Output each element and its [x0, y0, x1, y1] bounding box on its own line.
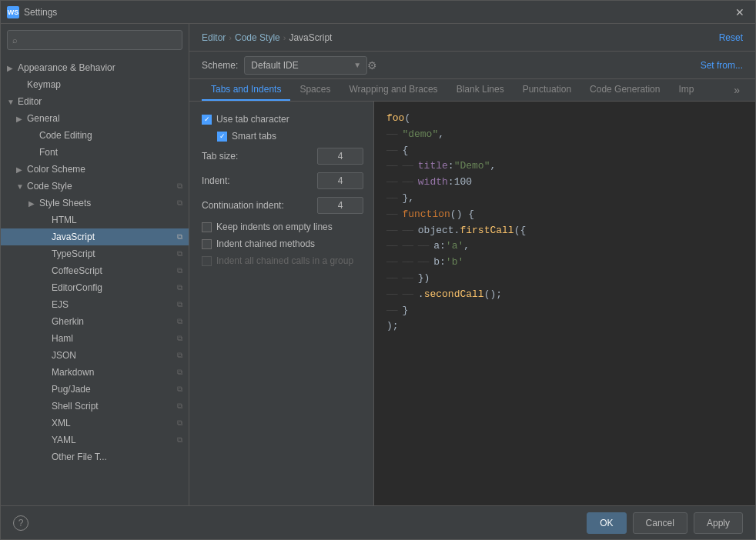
sidebar-item-editorconfig[interactable]: EditorConfig ⧉	[1, 279, 189, 296]
scheme-select[interactable]: Default IDE Project	[244, 56, 367, 75]
tab-punctuation[interactable]: Punctuation	[513, 79, 580, 101]
sidebar-item-label: Other File T...	[52, 452, 107, 462]
sidebar-item-appearance[interactable]: ▶ Appearance & Behavior	[1, 59, 189, 76]
title-bar: WS Settings ✕	[1, 1, 755, 24]
tab-blank-lines[interactable]: Blank Lines	[447, 79, 513, 101]
breadcrumb-javascript: JavaScript	[289, 32, 332, 43]
sidebar-item-javascript[interactable]: JavaScript ⧉	[1, 228, 189, 245]
breadcrumb-editor[interactable]: Editor	[202, 32, 226, 43]
code-line: —— —— —— b: 'b'	[386, 255, 743, 271]
search-box[interactable]: ⌕	[7, 30, 182, 50]
tab-code-generation[interactable]: Code Generation	[580, 79, 669, 101]
sidebar-item-label: TypeScript	[52, 248, 95, 259]
smart-tabs-option[interactable]: Smart tabs	[202, 131, 361, 142]
code-line: —— "demo",	[386, 127, 743, 143]
expand-icon	[41, 352, 50, 360]
apply-button[interactable]: Apply	[694, 512, 743, 534]
sidebar-item-label: YAML	[52, 435, 76, 445]
breadcrumb: Editor › Code Style › JavaScript Reset	[189, 24, 755, 52]
sidebar-item-html[interactable]: HTML	[1, 212, 189, 228]
sidebar-item-markdown[interactable]: Markdown ⧉	[1, 364, 189, 381]
keep-indents-checkbox[interactable]	[202, 222, 212, 232]
tabs-more-icon[interactable]: »	[731, 79, 743, 101]
copy-icon: ⧉	[177, 418, 182, 428]
breadcrumb-code-style[interactable]: Code Style	[235, 32, 280, 43]
sidebar-item-label: Markdown	[52, 367, 94, 378]
use-tab-character-option[interactable]: Use tab character	[202, 114, 361, 125]
tab-imp[interactable]: Imp	[669, 79, 703, 101]
sidebar-item-coffeescript[interactable]: CoffeeScript ⧉	[1, 262, 189, 279]
help-button[interactable]: ?	[13, 515, 28, 531]
keep-indents-option[interactable]: Keep indents on empty lines	[202, 222, 361, 232]
sidebar-item-xml[interactable]: XML ⧉	[1, 415, 189, 432]
copy-icon: ⧉	[177, 351, 182, 360]
code-line: —— }	[386, 303, 743, 319]
sidebar-item-pug-jade[interactable]: Pug/Jade ⧉	[1, 381, 189, 398]
tab-tabs-indents[interactable]: Tabs and Indents	[202, 79, 290, 101]
options-panel: Use tab character Smart tabs Tab size:	[189, 102, 374, 505]
reset-button[interactable]: Reset	[719, 32, 743, 43]
sidebar-item-label: Gherkin	[52, 316, 84, 327]
expand-icon: ▶	[28, 199, 38, 208]
sidebar-item-label: Editor	[18, 96, 42, 107]
sidebar-item-style-sheets[interactable]: ▶ Style Sheets ⧉	[1, 195, 189, 212]
expand-icon: ▶	[16, 115, 25, 123]
sidebar-item-font[interactable]: Font	[1, 144, 189, 161]
expand-icon	[28, 132, 38, 140]
cancel-button[interactable]: Cancel	[633, 512, 687, 534]
copy-icon: ⧉	[177, 435, 182, 445]
sidebar-item-yaml[interactable]: YAML ⧉	[1, 432, 189, 448]
search-input[interactable]	[21, 35, 177, 45]
sidebar-item-shell-script[interactable]: Shell Script ⧉	[1, 398, 189, 415]
set-from-button[interactable]: Set from...	[701, 60, 743, 71]
use-tab-character-checkbox[interactable]	[202, 115, 212, 125]
keep-indents-label: Keep indents on empty lines	[216, 222, 333, 232]
expand-icon	[41, 250, 50, 258]
expand-icon	[41, 267, 50, 275]
sidebar-item-label: Appearance & Behavior	[18, 62, 115, 73]
continuation-indent-input[interactable]	[317, 197, 363, 214]
expand-icon: ▼	[16, 182, 25, 191]
tab-spaces[interactable]: Spaces	[290, 79, 340, 101]
sidebar-item-label: JavaScript	[52, 232, 95, 242]
gear-icon[interactable]: ⚙	[367, 59, 377, 72]
sidebar-item-gherkin[interactable]: Gherkin ⧉	[1, 313, 189, 330]
expand-icon	[41, 301, 50, 309]
indent-chained-option[interactable]: Indent chained methods	[202, 238, 361, 249]
sidebar-tree: ▶ Appearance & Behavior Keymap ▼ Editor …	[1, 56, 189, 505]
sidebar-item-editor[interactable]: ▼ Editor	[1, 93, 189, 110]
expand-icon	[41, 233, 50, 242]
sidebar-item-code-editing[interactable]: Code Editing	[1, 127, 189, 144]
tab-size-input[interactable]	[317, 148, 363, 165]
code-line: —— —— —— a: 'a',	[386, 238, 743, 255]
indent-chained-checkbox[interactable]	[202, 239, 212, 249]
code-line: —— —— width: 100	[386, 175, 743, 191]
close-button[interactable]: ✕	[731, 5, 749, 20]
sidebar-item-general[interactable]: ▶ General	[1, 110, 189, 127]
expand-icon	[28, 148, 38, 157]
code-line: foo(	[386, 111, 743, 127]
indent-label: Indent:	[202, 175, 317, 186]
smart-tabs-checkbox[interactable]	[217, 132, 227, 142]
sidebar-item-ejs[interactable]: EJS ⧉	[1, 296, 189, 313]
sidebar-item-keymap[interactable]: Keymap	[1, 76, 189, 93]
tab-wrapping-braces[interactable]: Wrapping and Braces	[340, 79, 447, 101]
sidebar-item-haml[interactable]: Haml ⧉	[1, 330, 189, 347]
sidebar-item-color-scheme[interactable]: ▶ Color Scheme	[1, 161, 189, 178]
indent-all-chained-checkbox[interactable]	[202, 256, 212, 266]
sidebar-item-label: XML	[52, 418, 71, 428]
code-line: —— —— object.firstCall({	[386, 223, 743, 239]
main-panel: Editor › Code Style › JavaScript Reset S…	[189, 24, 755, 505]
indent-input[interactable]	[317, 172, 363, 189]
sidebar-item-json[interactable]: JSON ⧉	[1, 347, 189, 364]
sidebar-item-other[interactable]: Other File T...	[1, 448, 189, 465]
sidebar-item-code-style[interactable]: ▼ Code Style ⧉	[1, 178, 189, 195]
smart-tabs-label: Smart tabs	[232, 131, 276, 142]
copy-icon: ⧉	[177, 283, 182, 292]
copy-icon: ⧉	[177, 300, 182, 309]
indent-all-chained-option[interactable]: Indent all chained calls in a group	[202, 255, 361, 266]
sidebar-item-typescript[interactable]: TypeScript ⧉	[1, 245, 189, 262]
expand-icon	[41, 368, 50, 377]
ok-button[interactable]: OK	[587, 512, 626, 534]
indent-chained-label: Indent chained methods	[216, 238, 315, 249]
